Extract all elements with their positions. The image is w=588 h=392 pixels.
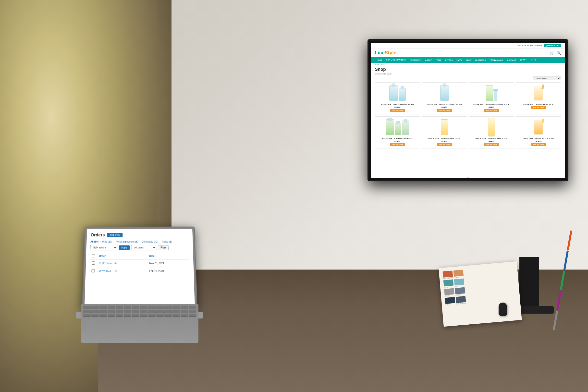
key [172, 306, 180, 309]
product-pump-6 [441, 119, 448, 135]
laptop-keyboard [81, 304, 198, 343]
swatch-chip-copper [453, 270, 464, 276]
nav-bar: HOME OUR LICE SERVICES TREATMENT ABOUT P… [371, 57, 565, 63]
keyboard-keys [81, 304, 198, 319]
nav-contact[interactable]: CONTACT [505, 58, 518, 63]
swatch-chip-slate [455, 287, 465, 294]
row-2-view-icon[interactable]: 👁 [114, 269, 117, 273]
monitor-stand [520, 257, 539, 306]
key [124, 310, 131, 313]
cart-icon[interactable]: 🛒 [550, 51, 554, 55]
key [116, 306, 123, 309]
product-image-4 [518, 84, 559, 102]
add-order-button[interactable]: Add order [107, 233, 122, 237]
row-2-checkbox[interactable] [92, 269, 94, 272]
row-2-order-link[interactable]: #1753 Mark [98, 270, 112, 272]
breadcrumb-home[interactable]: Home [375, 64, 380, 66]
nav-offers[interactable]: OFFERS [443, 58, 454, 63]
date-column-header[interactable]: Date [147, 253, 190, 260]
apply-button[interactable]: Apply [119, 245, 130, 250]
swatch-chip-grey [444, 288, 454, 295]
key [189, 314, 196, 316]
mouse[interactable] [498, 302, 507, 316]
nav-cart-icon[interactable]: 🛒 [530, 59, 533, 62]
product-name-5: Keep A' Way™ – Head Lice Prevention [377, 137, 418, 140]
table-row: #1753 Mark 👁 Feb 13, 2020 [90, 267, 190, 275]
nav-treatment[interactable]: TREATMENT [408, 58, 423, 63]
key [156, 306, 164, 309]
key [132, 310, 139, 313]
add-to-cart-8[interactable]: ADD TO CART [531, 143, 546, 146]
filter-failed[interactable]: Failed (3) [162, 240, 172, 243]
key [108, 306, 115, 309]
hp-logo: hp [467, 176, 469, 178]
nav-home[interactable]: HOME [375, 58, 384, 63]
add-to-cart-1[interactable]: ADD TO CART [390, 109, 405, 112]
filter-mine[interactable]: Mine (10) [102, 240, 112, 243]
licestyle-website: 24/7 BOOK AN APPOINTMENT (833) Lice-Out … [371, 43, 565, 178]
key [140, 310, 147, 313]
swatch-chip-navy [445, 297, 455, 304]
product-image-2 [424, 84, 465, 102]
product-bottle-1a [389, 85, 398, 101]
orders-title: Orders [91, 232, 105, 238]
search-icon[interactable]: 🔍 [557, 51, 561, 55]
key [180, 314, 188, 316]
add-to-cart-3[interactable]: ADD TO CART [484, 109, 499, 112]
filter-all[interactable]: All (50) [90, 240, 98, 243]
phone-button[interactable]: (833) Lice-Out [544, 44, 561, 47]
nav-faq[interactable]: FAQ'S [454, 58, 464, 63]
date-filter-select[interactable]: All dates January 2021 February 2021 May… [131, 245, 156, 250]
key [180, 310, 188, 313]
filter-button[interactable]: Filter [158, 245, 168, 250]
key [92, 306, 99, 309]
product-price-8: $24.99 [518, 140, 559, 142]
key [83, 314, 91, 316]
product-card-2: Keep A' Way™ Natural Conditioner – 8 fl … [422, 82, 467, 114]
nav-search-icon[interactable]: 🔍 [534, 59, 537, 62]
swatch-book: TERRACOTTA COPPER TEAL SKY GREY [438, 262, 522, 327]
order-column-header[interactable]: Order [97, 253, 147, 260]
nav-about[interactable]: ABOUT [423, 58, 434, 63]
product-card-1: Keep A' Way™ Natural Shampoo – 8 fl oz $… [375, 82, 420, 114]
row-1-order: #2112 John 👁 [97, 260, 147, 267]
nav-services[interactable]: OUR LICE SERVICES [384, 57, 408, 63]
bulk-actions-select[interactable]: Bulk actions Mark processing Mark on-hol… [90, 245, 117, 250]
row-1-checkbox[interactable] [92, 262, 95, 264]
logo-lice: Lice [375, 50, 385, 55]
key [172, 310, 180, 313]
nav-testimonials[interactable]: TESTIMONIALS [488, 58, 505, 63]
product-image-1 [377, 84, 418, 102]
shop-title: Shop [371, 66, 565, 73]
key [189, 306, 196, 309]
product-bottle-1b [399, 88, 406, 101]
nav-price[interactable]: PRICE [434, 58, 443, 63]
add-to-cart-6[interactable]: ADD TO CART [437, 143, 452, 146]
product-name-1: Keep A' Way™ Natural Shampoo – 8 fl oz [377, 103, 418, 105]
row-2-order: #1753 Mark 👁 [96, 267, 147, 275]
product-bottle-5a [386, 119, 394, 135]
product-price-6: $24.99 [424, 140, 465, 142]
row-1-checkbox-cell [90, 260, 97, 267]
row-1-order-link[interactable]: #2112 John [99, 262, 112, 265]
filter-pending[interactable]: Pending payment (5) [116, 240, 138, 243]
sort-select[interactable]: Default sorting Sort by popularity Sort … [533, 76, 561, 80]
key [108, 314, 115, 316]
product-card-3: Keep A' Way™ Natural Conditioner – 32 fl… [469, 82, 514, 114]
select-all-checkbox[interactable] [92, 254, 95, 258]
filter-completed[interactable]: Completed (42) [142, 240, 158, 243]
add-to-cart-4[interactable]: ADD TO CART [531, 106, 546, 109]
add-to-cart-7[interactable]: ADD TO CART [484, 143, 499, 146]
nav-blog[interactable]: BLOG [464, 58, 473, 63]
add-to-cart-5[interactable]: ADD TO CART [390, 143, 405, 146]
nav-locations[interactable]: LOCATIONS [473, 58, 488, 63]
nav-shop[interactable]: SHOP [518, 57, 528, 63]
row-2-checkbox-cell [90, 267, 97, 275]
key [140, 314, 147, 316]
orders-header: Orders Add order [91, 232, 189, 238]
key [124, 306, 131, 309]
add-to-cart-2[interactable]: ADD TO CART [437, 109, 452, 112]
key [92, 310, 99, 313]
row-1-view-icon[interactable]: 👁 [114, 262, 117, 265]
product-card-6: Hide N' Seek™ Natural Serum – 16 fl oz $… [422, 116, 467, 148]
